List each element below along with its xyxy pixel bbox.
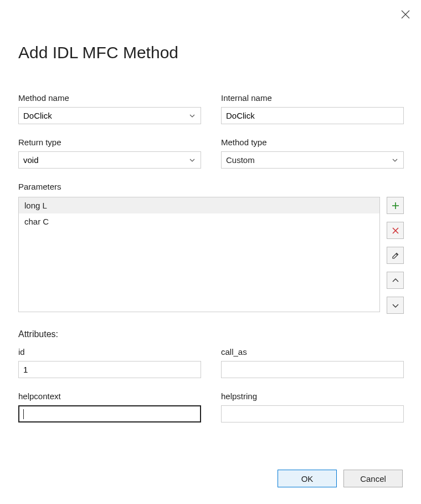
ok-button[interactable]: OK [278, 470, 337, 487]
parameters-list[interactable]: long Lchar C [18, 197, 380, 312]
helpstring-input[interactable] [226, 406, 399, 422]
method-type-group: Method type Custom [221, 138, 404, 169]
helpstring-group: helpstring [221, 391, 404, 422]
parameter-item[interactable]: char C [19, 213, 379, 230]
parameter-item[interactable]: long L [19, 197, 379, 213]
helpstring-label: helpstring [221, 391, 404, 401]
dialog-title: Add IDL MFC Method [18, 43, 178, 62]
return-type-group: Return type [18, 138, 201, 169]
remove-parameter-button[interactable] [387, 222, 404, 239]
method-type-select[interactable]: Custom [221, 151, 404, 169]
internal-name-textbox[interactable] [221, 107, 404, 124]
call-as-group: call_as [221, 347, 404, 378]
plus-icon [391, 201, 400, 210]
text-caret [23, 409, 24, 419]
parameters-group: Parameters long Lchar C [18, 182, 404, 314]
helpcontext-label: helpcontext [18, 391, 201, 401]
action-buttons: OK Cancel [278, 470, 403, 487]
internal-name-input[interactable] [226, 108, 399, 124]
method-name-combo[interactable] [18, 107, 201, 124]
attributes-header: Attributes: [18, 329, 404, 339]
method-type-value: Custom [226, 155, 255, 165]
id-label: id [18, 347, 201, 357]
content-area: Method name Internal name Return type [18, 93, 404, 422]
internal-name-group: Internal name [221, 93, 404, 124]
helpcontext-group: helpcontext [18, 391, 201, 422]
helpcontext-textbox[interactable] [18, 405, 201, 422]
chevron-down-icon [187, 155, 197, 165]
row-names: Method name Internal name [18, 93, 404, 124]
call-as-label: call_as [221, 347, 404, 357]
dialog: Add IDL MFC Method Method name Internal … [0, 0, 421, 504]
close-button[interactable] [401, 10, 410, 19]
pencil-icon [391, 251, 400, 260]
chevron-down-icon [390, 155, 400, 165]
close-icon [401, 10, 410, 19]
row-attr-1: id call_as [18, 347, 404, 378]
id-textbox[interactable] [18, 361, 201, 378]
chevron-down-icon [391, 301, 400, 310]
parameters-row: long Lchar C [18, 197, 404, 314]
x-icon [391, 226, 400, 235]
return-type-label: Return type [18, 138, 201, 147]
move-down-button[interactable] [387, 297, 404, 314]
method-name-label: Method name [18, 93, 201, 103]
method-name-input[interactable] [23, 108, 185, 124]
row-attr-2: helpcontext helpstring [18, 391, 404, 422]
return-type-input[interactable] [23, 152, 185, 168]
call-as-input[interactable] [226, 362, 399, 378]
id-input[interactable] [23, 362, 196, 378]
method-name-group: Method name [18, 93, 201, 124]
helpstring-textbox[interactable] [221, 405, 404, 422]
return-type-combo[interactable] [18, 151, 201, 169]
row-types: Return type Method type Custom [18, 138, 404, 169]
parameters-button-column [387, 197, 404, 314]
chevron-up-icon [391, 276, 400, 285]
internal-name-label: Internal name [221, 93, 404, 103]
id-group: id [18, 347, 201, 378]
parameters-label: Parameters [18, 182, 404, 191]
cancel-button[interactable]: Cancel [343, 470, 403, 487]
edit-parameter-button[interactable] [387, 247, 404, 264]
chevron-down-icon [187, 111, 197, 121]
move-up-button[interactable] [387, 272, 404, 289]
call-as-textbox[interactable] [221, 361, 404, 378]
method-type-label: Method type [221, 138, 404, 147]
add-parameter-button[interactable] [387, 197, 404, 214]
